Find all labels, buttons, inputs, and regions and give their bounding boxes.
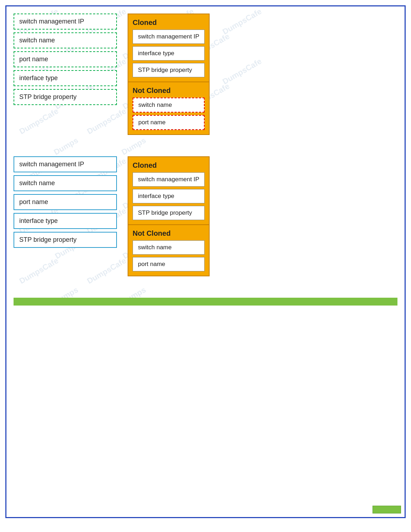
bottom-right-green-box — [373, 506, 401, 513]
bottom-left-item-3: port name — [14, 194, 117, 210]
bottom-left-column: switch management IP switch name port na… — [14, 156, 117, 276]
top-cloned-item-1: switch management IP — [133, 30, 205, 44]
bottom-cloned-title: Cloned — [133, 161, 205, 169]
top-left-item-4: interface type — [14, 70, 117, 86]
bottom-cloned-section: Cloned switch management IP interface ty… — [128, 156, 210, 225]
bottom-left-item-1: switch management IP — [14, 156, 117, 172]
top-not-cloned-title: Not Cloned — [133, 87, 205, 95]
bottom-not-cloned-item-1: switch name — [133, 240, 205, 255]
top-left-item-5: STP bridge property — [14, 89, 117, 105]
top-cloned-section: Cloned switch management IP interface ty… — [128, 14, 210, 82]
bottom-not-cloned-title: Not Cloned — [133, 229, 205, 238]
green-bar — [14, 298, 397, 306]
top-not-cloned-item-2: port name — [133, 115, 205, 130]
top-cloned-item-2: interface type — [133, 46, 205, 61]
bottom-cloned-item-3: STP bridge property — [133, 206, 205, 220]
top-left-item-3: port name — [14, 51, 117, 67]
bottom-right-column: Cloned switch management IP interface ty… — [128, 156, 210, 276]
top-cloned-item-3: STP bridge property — [133, 63, 205, 77]
outer-border: DumpsCafe DumpsCafe DumpsCafe DumpsCafe … — [5, 5, 406, 518]
top-left-item-2: switch name — [14, 32, 117, 48]
bottom-not-cloned-section: Not Cloned switch name port name — [128, 225, 210, 276]
top-left-column: switch management IP switch name port na… — [14, 14, 117, 135]
top-section: switch management IP switch name port na… — [14, 14, 397, 135]
top-not-cloned-section: Not Cloned switch name port name — [128, 82, 210, 135]
bottom-left-item-4: interface type — [14, 213, 117, 229]
bottom-left-item-5: STP bridge property — [14, 232, 117, 248]
bottom-cloned-item-2: interface type — [133, 189, 205, 203]
bottom-cloned-item-1: switch management IP — [133, 172, 205, 187]
bottom-section: switch management IP switch name port na… — [14, 156, 397, 276]
top-right-column: Cloned switch management IP interface ty… — [128, 14, 210, 135]
bottom-not-cloned-item-2: port name — [133, 257, 205, 271]
main-content: switch management IP switch name port na… — [14, 14, 397, 306]
top-cloned-title: Cloned — [133, 19, 205, 27]
bottom-left-item-2: switch name — [14, 175, 117, 191]
top-not-cloned-item-1: switch name — [133, 98, 205, 113]
top-left-item-1: switch management IP — [14, 14, 117, 30]
